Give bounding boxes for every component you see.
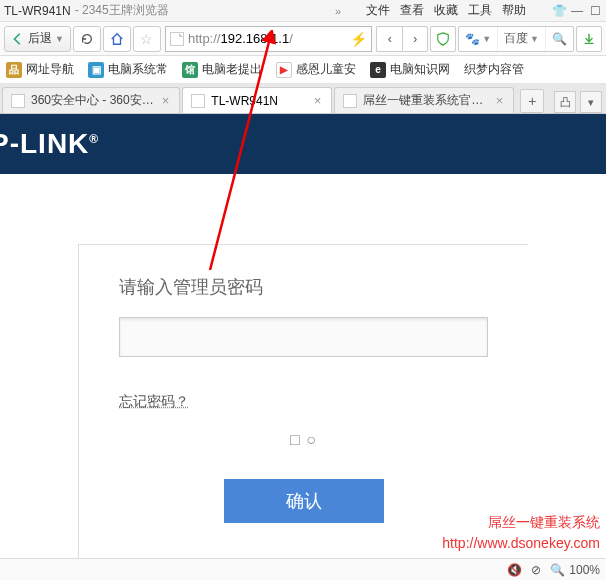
security-button[interactable] xyxy=(430,26,456,52)
minimize-icon[interactable]: — xyxy=(570,4,584,18)
mute-icon[interactable]: 🔇 xyxy=(506,562,522,578)
bookmark-icon: e xyxy=(370,62,386,78)
tab-label: 屌丝一键重装系统官网_… xyxy=(363,92,487,109)
new-tab-button[interactable]: + xyxy=(520,89,544,113)
shield-icon xyxy=(436,32,450,46)
back-label: 后退 xyxy=(28,30,52,47)
menu-view[interactable]: 查看 xyxy=(400,2,424,19)
page-viewport: P-LINK® 请输入管理员密码 忘记密码？ □ ○ 确认 屌丝一键重装系统 h… xyxy=(0,114,606,558)
zoom-control[interactable]: 🔍 100% xyxy=(550,563,600,577)
skin-icon[interactable]: 👕 xyxy=(552,4,566,18)
brand-header: P-LINK® xyxy=(0,114,606,174)
bookmarks-bar: 品网址导航 ▣电脑系统常 馆电脑老提出 ▶感恩儿童安 e电脑知识网 织梦内容管 xyxy=(0,56,606,84)
menu-file[interactable]: 文件 xyxy=(366,2,390,19)
download-icon xyxy=(582,32,596,46)
tab-1[interactable]: 360安全中心 - 360安… × xyxy=(2,87,180,113)
tab-favicon xyxy=(343,94,357,108)
brand-logo: P-LINK® xyxy=(0,128,99,160)
search-provider-baidu[interactable]: 百度▼ xyxy=(498,27,546,51)
watermark-line2: http://www.dsonekey.com xyxy=(442,533,600,554)
star-icon: ☆ xyxy=(140,31,153,47)
address-bar[interactable]: http://192.168.1.1/ ⚡ xyxy=(165,26,372,52)
nav-history: ‹ › xyxy=(376,26,428,52)
window-subtitle: - 2345王牌浏览器 xyxy=(75,2,169,19)
refresh-icon xyxy=(80,32,94,46)
tab-close-icon[interactable]: × xyxy=(312,93,324,108)
bookmark-item-3[interactable]: 馆电脑老提出 xyxy=(182,61,262,78)
bookmark-item-1[interactable]: 品网址导航 xyxy=(6,61,74,78)
back-arrow-icon xyxy=(11,32,25,46)
speed-icon[interactable]: ⚡ xyxy=(350,31,367,47)
paw-icon: 🐾 xyxy=(465,32,480,46)
login-title: 请输入管理员密码 xyxy=(119,275,488,299)
tab-close-icon[interactable]: × xyxy=(494,93,506,108)
bookmark-icon: 品 xyxy=(6,62,22,78)
back-dropdown-icon: ▼ xyxy=(55,34,64,44)
url-host: 192.168.1.1 xyxy=(220,31,289,46)
window-titlebar: TL-WR941N - 2345王牌浏览器 » 文件 查看 收藏 工具 帮助 👕… xyxy=(0,0,606,22)
menu-favorites[interactable]: 收藏 xyxy=(434,2,458,19)
bookmark-icon: 馆 xyxy=(182,62,198,78)
confirm-button[interactable]: 确认 xyxy=(224,479,384,523)
page-icon xyxy=(170,32,184,46)
bookmark-item-6[interactable]: 织梦内容管 xyxy=(464,61,524,78)
search-provider-paw[interactable]: 🐾▼ xyxy=(459,27,498,51)
nav-next-button[interactable]: › xyxy=(402,26,428,52)
bookmark-icon: ▣ xyxy=(88,62,104,78)
tab-close-icon[interactable]: × xyxy=(160,93,172,108)
maximize-icon[interactable]: ☐ xyxy=(588,4,602,18)
tab-overview-button[interactable]: 凸 xyxy=(554,91,576,113)
window-controls: 👕 — ☐ xyxy=(552,4,602,18)
search-go-button[interactable]: 🔍 xyxy=(546,27,573,51)
favorite-button[interactable]: ☆ xyxy=(133,26,161,52)
refresh-button[interactable] xyxy=(73,26,101,52)
menu-help[interactable]: 帮助 xyxy=(502,2,526,19)
tab-extra-controls: 凸 ▾ xyxy=(554,91,602,113)
watermark-line1: 屌丝一键重装系统 xyxy=(442,512,600,533)
tab-favicon xyxy=(11,94,25,108)
tab-favicon xyxy=(191,94,205,108)
search-box[interactable]: 🐾▼ 百度▼ 🔍 xyxy=(458,26,574,52)
tab-label: TL-WR941N xyxy=(211,94,305,108)
zoom-level: 100% xyxy=(569,563,600,577)
overflow-icon[interactable]: » xyxy=(335,5,341,17)
watermark: 屌丝一键重装系统 http://www.dsonekey.com xyxy=(442,512,600,554)
url-path: / xyxy=(289,31,293,46)
admin-password-input[interactable] xyxy=(119,317,488,357)
status-bar: 🔇 ⊘ 🔍 100% xyxy=(0,558,606,580)
nav-prev-button[interactable]: ‹ xyxy=(376,26,402,52)
bookmark-item-5[interactable]: e电脑知识网 xyxy=(370,61,450,78)
search-icon: 🔍 xyxy=(552,32,567,46)
login-panel: 请输入管理员密码 忘记密码？ □ ○ 确认 xyxy=(78,244,528,558)
window-title: TL-WR941N xyxy=(4,4,71,18)
mode-icon[interactable]: ⊘ xyxy=(528,562,544,578)
zoom-icon: 🔍 xyxy=(550,563,565,577)
bookmark-item-4[interactable]: ▶感恩儿童安 xyxy=(276,61,356,78)
url-protocol: http:// xyxy=(188,31,221,46)
tab-list-button[interactable]: ▾ xyxy=(580,91,602,113)
bookmark-item-2[interactable]: ▣电脑系统常 xyxy=(88,61,168,78)
tab-bar: 360安全中心 - 360安… × TL-WR941N × 屌丝一键重装系统官网… xyxy=(0,84,606,114)
bookmark-icon: ▶ xyxy=(276,62,292,78)
tab-2-active[interactable]: TL-WR941N × xyxy=(182,87,332,113)
download-button[interactable] xyxy=(576,26,602,52)
tab-label: 360安全中心 - 360安… xyxy=(31,92,154,109)
back-button[interactable]: 后退 ▼ xyxy=(4,26,71,52)
forgot-password-link[interactable]: 忘记密码？ xyxy=(119,393,189,411)
home-icon xyxy=(110,32,124,46)
home-button[interactable] xyxy=(103,26,131,52)
extra-symbols: □ ○ xyxy=(119,431,488,449)
toolbar: 后退 ▼ ☆ http://192.168.1.1/ ⚡ ‹ › 🐾▼ 百度▼ … xyxy=(0,22,606,56)
tab-3[interactable]: 屌丝一键重装系统官网_… × xyxy=(334,87,514,113)
menu-tools[interactable]: 工具 xyxy=(468,2,492,19)
menu-bar: 文件 查看 收藏 工具 帮助 xyxy=(366,2,526,19)
